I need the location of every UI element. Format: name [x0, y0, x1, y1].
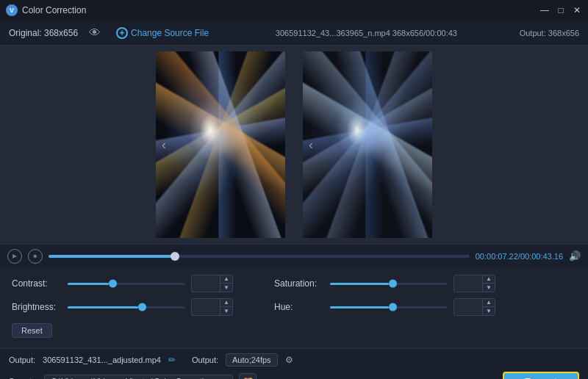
output-row: Output: 306591132_431..._adjusted.mp4 ✏ …: [0, 348, 588, 370]
output-format-label: Output:: [192, 355, 218, 364]
save-path-selector[interactable]: C:\Vidmore\Vidmore Vi...rter\Color Corre…: [44, 375, 233, 379]
stop-button[interactable]: ■: [28, 249, 43, 264]
adjusted-video-mock: ‹: [303, 51, 432, 238]
contrast-row: Contrast: 0 ▲ ▼ Saturation: 0 ▲: [12, 275, 576, 292]
plus-circle-icon: +: [116, 27, 128, 39]
hue-slider-thumb[interactable]: [389, 303, 397, 311]
original-preview: ‹: [156, 51, 285, 238]
brightness-slider-thumb[interactable]: [138, 303, 146, 311]
preview-area: ‹ ‹: [0, 46, 588, 244]
prev-frame-arrow[interactable]: ‹: [162, 137, 166, 153]
contrast-value-input[interactable]: 0: [192, 278, 220, 289]
saturation-slider-thumb[interactable]: [389, 280, 397, 288]
contrast-label: Contrast:: [12, 278, 62, 289]
contrast-decrement-button[interactable]: ▼: [220, 284, 232, 292]
edit-filename-icon[interactable]: ✏: [168, 355, 176, 365]
gear-icon[interactable]: ⚙: [285, 355, 293, 365]
brightness-slider[interactable]: [68, 302, 185, 312]
title-bar: V Color Correction — □ ✕: [0, 0, 588, 21]
timeline-track[interactable]: [49, 255, 470, 258]
window-controls: — □ ✕: [539, 5, 582, 15]
contrast-slider-thumb[interactable]: [109, 280, 117, 288]
saturation-increment-button[interactable]: ▲: [483, 275, 495, 284]
contrast-spin-buttons: ▲ ▼: [220, 275, 232, 292]
output-file-label: Output:: [9, 355, 35, 364]
saturation-decrement-button[interactable]: ▼: [483, 284, 495, 292]
brightness-row: Brightness: 63 ▲ ▼ Hue: 0 ▲: [12, 298, 576, 316]
app-icon: V: [6, 4, 18, 16]
output-format-value: Auto;24fps: [232, 355, 271, 364]
contrast-slider-fill: [68, 283, 109, 285]
hue-value-input[interactable]: 0: [454, 301, 482, 313]
output-filename: 306591132_431..._adjusted.mp4: [43, 355, 161, 364]
hue-slider-fill: [330, 306, 389, 308]
playback-bar: ▶ ■ 00:00:07.22/00:00:43.16 🔊: [0, 244, 588, 267]
volume-icon[interactable]: 🔊: [569, 250, 581, 261]
minimize-button[interactable]: —: [539, 5, 550, 15]
output-size-label: Output: 368x656: [520, 29, 579, 37]
reset-button[interactable]: Reset: [12, 323, 52, 338]
contrast-increment-button[interactable]: ▲: [220, 275, 232, 284]
timeline-fill: [49, 255, 175, 258]
original-video-mock: ‹: [156, 51, 285, 238]
output-format-selector[interactable]: Auto;24fps: [226, 353, 278, 367]
contrast-slider[interactable]: [68, 278, 185, 289]
play-button[interactable]: ▶: [7, 249, 22, 264]
brightness-value-input[interactable]: 63: [192, 301, 220, 313]
folder-icon: 📁: [243, 376, 254, 379]
adjusted-video-frame: [303, 51, 432, 238]
eye-icon-button[interactable]: 👁: [87, 25, 103, 41]
prev-frame-arrow-right[interactable]: ‹: [309, 137, 313, 153]
hue-decrement-button[interactable]: ▼: [483, 307, 495, 315]
save-row: Save to: C:\Vidmore\Vidmore Vi...rter\Co…: [0, 370, 588, 379]
window-title: Color Correction: [22, 5, 539, 15]
original-size-label: Original: 368x656: [9, 28, 78, 38]
hue-label: Hue:: [274, 302, 324, 312]
brightness-value-group[interactable]: 63 ▲ ▼: [191, 298, 233, 316]
file-info: 306591132_43...363965_n.mp4 368x656/00:0…: [222, 29, 511, 37]
export-button[interactable]: Export: [503, 372, 579, 380]
brightness-spin-buttons: ▲ ▼: [220, 299, 232, 315]
brightness-decrement-button[interactable]: ▼: [220, 307, 232, 315]
hue-increment-button[interactable]: ▲: [483, 299, 495, 307]
reset-row: Reset: [12, 322, 576, 338]
change-source-button[interactable]: + Change Source File: [112, 26, 213, 40]
brightness-increment-button[interactable]: ▲: [220, 299, 232, 307]
saturation-slider-fill: [330, 283, 389, 285]
brightness-slider-fill: [68, 306, 138, 308]
controls-panel: Contrast: 0 ▲ ▼ Saturation: 0 ▲: [0, 267, 588, 348]
saturation-value-group[interactable]: 0 ▲ ▼: [453, 275, 495, 292]
change-source-label: Change Source File: [131, 28, 209, 38]
hue-slider[interactable]: [330, 302, 448, 312]
saturation-value-input[interactable]: 0: [454, 278, 482, 289]
saturation-spin-buttons: ▲ ▼: [482, 275, 495, 292]
close-button[interactable]: ✕: [572, 5, 582, 15]
adjusted-preview: ‹: [303, 51, 432, 238]
folder-browse-button[interactable]: 📁: [239, 373, 257, 379]
hue-spin-buttons: ▲ ▼: [482, 299, 495, 315]
hue-value-group[interactable]: 0 ▲ ▼: [453, 298, 495, 316]
timeline-thumb[interactable]: [171, 252, 179, 261]
toolbar: Original: 368x656 👁 + Change Source File…: [0, 21, 588, 46]
time-display: 00:00:07.22/00:00:43.16: [476, 252, 563, 261]
original-video-frame: [156, 51, 285, 238]
contrast-value-group[interactable]: 0 ▲ ▼: [191, 275, 233, 292]
brightness-label: Brightness:: [12, 302, 62, 312]
maximize-button[interactable]: □: [556, 5, 566, 15]
saturation-slider[interactable]: [330, 278, 448, 289]
saturation-label: Saturation:: [274, 278, 324, 289]
